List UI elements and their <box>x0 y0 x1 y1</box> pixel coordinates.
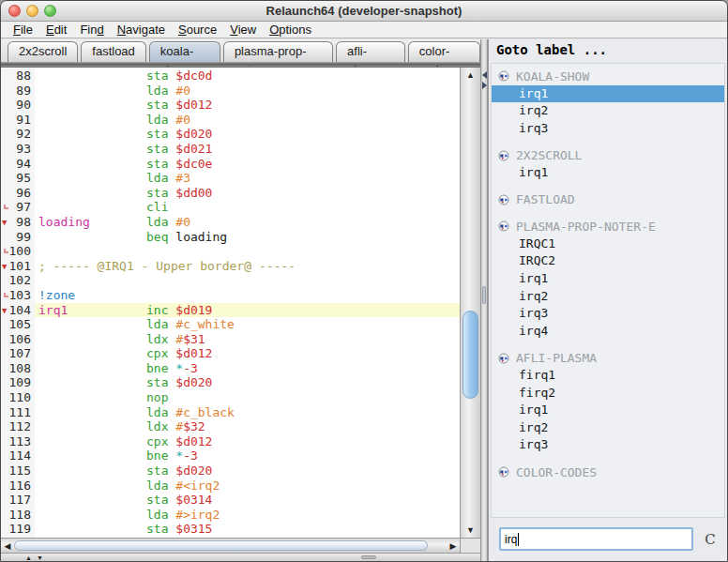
goto-section-color-codes[interactable]: COLOR-CODES <box>492 463 724 481</box>
code-line[interactable]: 119sta $0315 <box>1 522 460 537</box>
code-line[interactable]: 97cli <box>1 200 460 215</box>
code-line[interactable]: 107cpx $d012 <box>1 346 460 361</box>
tab-color-codes[interactable]: color-codes <box>408 41 480 62</box>
goto-label-item[interactable]: irq2 <box>492 419 724 437</box>
code-line[interactable]: 102 <box>1 273 460 288</box>
code-line[interactable]: 103!zone <box>1 288 460 303</box>
code-line[interactable]: 118lda #>irq2 <box>1 508 460 523</box>
scroll-up-arrow-icon[interactable]: ▲ <box>461 70 480 80</box>
code-line[interactable]: 88sta $dc0d <box>1 68 460 84</box>
splitter-expand-up-icon[interactable]: ▲ <box>25 554 32 562</box>
goto-section-fastload[interactable]: FASTLOAD <box>492 191 724 209</box>
goto-label-item[interactable]: irq3 <box>492 305 724 323</box>
split-pane-divider[interactable] <box>480 39 488 561</box>
tab-plasma-prop-noter-e[interactable]: plasma-prop-noter-e <box>223 41 333 62</box>
code-line[interactable]: 114bne *-3 <box>1 448 460 463</box>
tab-koala-show[interactable]: koala-show <box>149 41 220 62</box>
splitter-collapse-down-icon[interactable]: ▼ <box>37 554 43 562</box>
code-line[interactable]: 98▼loadinglda #0 <box>1 215 460 230</box>
fold-expanded-icon[interactable]: ▼ <box>2 260 7 275</box>
editor-horizontal-scrollbar[interactable]: ◀ ▶ <box>1 538 460 553</box>
goto-label-item[interactable]: irq1 <box>492 270 724 288</box>
code-line[interactable]: 100 <box>1 244 460 259</box>
code-line[interactable]: 92sta $d020 <box>1 127 460 142</box>
code-line[interactable]: 101▼; ----- @IRQ1 - Upper border@ ----- <box>1 259 460 274</box>
goto-label-item[interactable]: irq1 <box>492 402 724 419</box>
divider-grip[interactable] <box>482 286 486 304</box>
menu-source[interactable]: Source <box>172 23 223 37</box>
goto-label-item[interactable]: firq1 <box>492 367 724 385</box>
menu-navigate[interactable]: Navigate <box>111 23 172 37</box>
goto-label-item[interactable]: firq2 <box>492 385 724 403</box>
horizontal-scrollbar-thumb[interactable] <box>14 540 428 551</box>
goto-label-item[interactable]: IRQC1 <box>492 235 724 253</box>
menu-file[interactable]: File <box>7 23 39 37</box>
collapse-right-arrow-icon[interactable] <box>482 82 487 89</box>
goto-label-item[interactable]: irq3 <box>492 120 724 138</box>
code-line[interactable]: 93sta $d021 <box>1 142 460 157</box>
code-line[interactable]: 110nop <box>1 390 460 405</box>
menu-view[interactable]: View <box>223 23 263 37</box>
tab-2x2scroll[interactable]: 2x2scroll <box>8 41 78 62</box>
line-number: 95 <box>1 171 35 186</box>
code-line[interactable]: 108bne *-3 <box>1 361 460 376</box>
code-line[interactable]: 99beq loading <box>1 230 460 245</box>
line-number: 112 <box>1 419 35 434</box>
window-controls <box>8 5 56 17</box>
menu-find[interactable]: Find <box>73 23 110 37</box>
refresh-label-list-button[interactable]: C <box>700 530 720 549</box>
bottom-splitter[interactable]: ▲ ▼ <box>1 553 480 561</box>
code-line[interactable]: 95lda #3 <box>1 171 460 186</box>
code-line[interactable]: 113cpx $d012 <box>1 434 460 449</box>
code-line[interactable]: 117sta $0314 <box>1 493 460 508</box>
code-lines[interactable]: 88sta $dc0d89lda #090sta $d01291lda #092… <box>1 68 460 538</box>
code-editor[interactable]: 88sta $dc0d89lda #090sta $d01291lda #092… <box>1 67 480 553</box>
menu-edit[interactable]: Edit <box>39 23 73 37</box>
goto-label-item[interactable]: irq4 <box>492 323 724 341</box>
scroll-left-arrow-icon[interactable]: ◀ <box>1 541 14 551</box>
code-line[interactable]: 94sta $dc0e <box>1 157 460 172</box>
collapse-left-arrow-icon[interactable] <box>482 71 487 79</box>
fold-expanded-icon[interactable]: ▼ <box>2 216 7 231</box>
code-line[interactable]: 106ldx #$31 <box>1 332 460 347</box>
vertical-scrollbar-thumb[interactable] <box>463 311 478 399</box>
code-line[interactable]: 111lda #c_black <box>1 405 460 420</box>
goto-section-plasma-prop-noter-e[interactable]: PLASMA-PROP-NOTER-E <box>492 218 724 235</box>
code-line[interactable]: 115sta $d020 <box>1 463 460 478</box>
tab-fastload[interactable]: fastload <box>81 41 146 62</box>
goto-section-koala-show[interactable]: KOALA-SHOW <box>492 68 724 85</box>
label-tree[interactable]: KOALA-SHOWirq1irq2irq32X2SCROLLirq1FASTL… <box>491 63 725 518</box>
goto-label-item[interactable]: irq2 <box>492 288 724 306</box>
code-line[interactable]: 90sta $d012 <box>1 98 460 113</box>
goto-label-item[interactable]: irq1 <box>492 85 724 103</box>
token-mn: lda <box>146 215 168 229</box>
goto-label-item[interactable]: irq1 <box>492 164 724 182</box>
scroll-down-arrow-icon[interactable]: ▼ <box>461 525 480 535</box>
tab-afli-plasma[interactable]: afli-plasma <box>336 41 405 62</box>
token-addr: $d020 <box>175 127 212 141</box>
zoom-window-button[interactable] <box>44 5 56 17</box>
editor-vertical-scrollbar[interactable]: ▲ ▼ <box>460 68 480 538</box>
code-line[interactable]: 112ldx #$32 <box>1 419 460 434</box>
code-line[interactable]: 96sta $dd00 <box>1 186 460 201</box>
scroll-right-arrow-icon[interactable]: ▶ <box>447 541 460 551</box>
goto-label-item[interactable]: irq2 <box>492 102 724 120</box>
code-line[interactable]: 109sta $d020 <box>1 375 460 390</box>
goto-section-afli-plasma[interactable]: AFLI-PLASMA <box>492 349 724 367</box>
token-mn: sta <box>146 186 168 200</box>
goto-search-field[interactable]: irq <box>499 527 693 551</box>
code-line[interactable]: 116lda #<irq2 <box>1 478 460 494</box>
code-line[interactable]: 104▼irq1inc $d019 <box>1 303 460 318</box>
token-mn: sta <box>146 463 168 478</box>
code-line[interactable]: 105lda #c_white <box>1 317 460 332</box>
menu-options[interactable]: Options <box>263 23 318 37</box>
goto-label-item[interactable]: irq3 <box>492 436 724 454</box>
minimize-window-button[interactable] <box>26 5 38 17</box>
fold-expanded-icon[interactable]: ▼ <box>2 304 7 319</box>
code-line[interactable]: 91lda #0 <box>1 113 460 128</box>
splitter-grip[interactable] <box>361 555 376 559</box>
close-window-button[interactable] <box>8 5 21 17</box>
goto-section-2x2scroll[interactable]: 2X2SCROLL <box>492 146 724 164</box>
goto-label-item[interactable]: IRQC2 <box>492 252 724 270</box>
code-line[interactable]: 89lda #0 <box>1 84 460 99</box>
